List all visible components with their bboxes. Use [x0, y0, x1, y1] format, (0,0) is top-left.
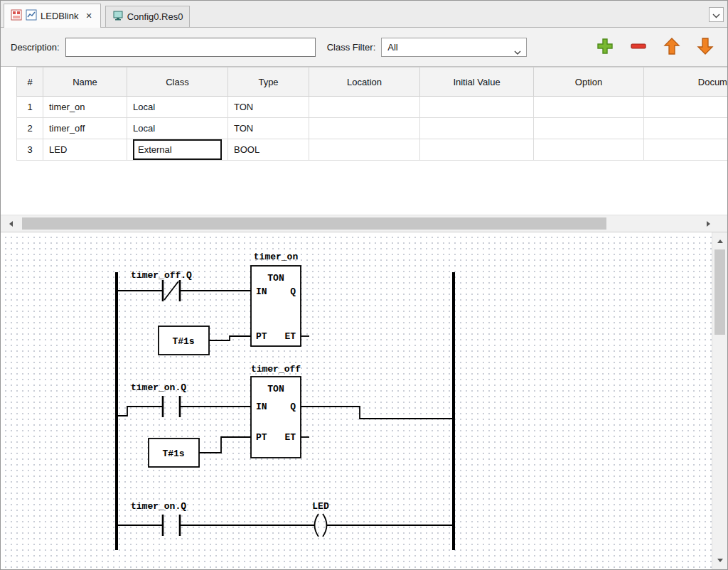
vertical-scroll-thumb[interactable]: [714, 249, 725, 335]
table-row[interactable]: 3 LED External BOOL: [17, 139, 728, 161]
cell-option[interactable]: [534, 139, 644, 161]
cell-class-selected[interactable]: External: [127, 139, 228, 161]
coil-left-paren: [315, 514, 319, 537]
horizontal-scrollbar[interactable]: [1, 215, 727, 232]
header-documentation: Documentation: [644, 68, 728, 97]
header-location: Location: [309, 68, 420, 97]
chevron-down-icon: [514, 46, 521, 57]
ladder-canvas[interactable]: timer_off.Q timer_on TON IN Q PT ET: [1, 232, 727, 569]
fbd-chart-icon: [26, 9, 37, 23]
pin-q: Q: [290, 286, 296, 297]
tab-label: LEDBlink: [41, 11, 78, 21]
tab-label: Config0.Res0: [127, 11, 183, 22]
tab-ledblink[interactable]: LEDBlink ✕: [4, 4, 101, 28]
move-variable-down-button[interactable]: [693, 36, 717, 58]
horizontal-scroll-thumb[interactable]: [22, 217, 606, 230]
contact-label: timer_on.Q: [131, 501, 186, 512]
delete-variable-button[interactable]: [626, 36, 651, 58]
tab-list-dropdown-button[interactable]: [709, 7, 724, 22]
variable-panel-toolbar: Description: Class Filter: All: [1, 28, 727, 67]
pin-et: ET: [284, 331, 296, 342]
cell-documentation[interactable]: [644, 97, 728, 118]
description-input[interactable]: [65, 38, 316, 57]
cell-initial-value[interactable]: [420, 139, 534, 161]
editor-window: LEDBlink ✕ Config0.Res0 Description: Cla…: [0, 0, 728, 570]
ton-block-timer-off[interactable]: timer_off TON IN Q PT ET: [251, 364, 309, 458]
program-icon: [11, 9, 22, 23]
cell-name[interactable]: LED: [43, 139, 127, 161]
class-cell-editor[interactable]: External: [133, 139, 222, 160]
literal-t1s-2[interactable]: T#1s: [149, 437, 251, 467]
wire: [209, 336, 251, 340]
cell-name[interactable]: timer_on: [43, 97, 127, 118]
add-variable-button[interactable]: [593, 36, 617, 58]
cell-number[interactable]: 1: [17, 97, 43, 118]
coil-led[interactable]: LED: [312, 501, 329, 537]
description-label: Description:: [11, 42, 60, 53]
header-class: Class: [127, 68, 228, 97]
arrow-down-icon: [696, 37, 714, 58]
vertical-scrollbar[interactable]: [712, 232, 727, 569]
class-filter-select[interactable]: All: [381, 38, 527, 57]
scroll-up-arrow-icon[interactable]: [712, 234, 727, 248]
coil-label: LED: [312, 501, 329, 512]
block-name: timer_off: [251, 364, 301, 375]
literal-value: T#1s: [172, 336, 194, 347]
contact-timer-on-q-2[interactable]: timer_on.Q: [131, 501, 186, 536]
cell-location[interactable]: [309, 97, 420, 118]
cell-documentation[interactable]: [644, 118, 728, 139]
cell-type[interactable]: BOOL: [228, 139, 309, 161]
cell-location[interactable]: [309, 139, 420, 161]
minus-icon: [629, 37, 648, 58]
block-name: timer_on: [254, 252, 299, 262]
cell-option[interactable]: [534, 97, 644, 118]
move-variable-up-button[interactable]: [660, 36, 684, 58]
scroll-left-arrow-icon[interactable]: [2, 215, 19, 232]
header-type: Type: [228, 68, 309, 97]
cell-location[interactable]: [309, 118, 420, 139]
pin-in: IN: [256, 402, 267, 412]
contact-timer-on-q-1[interactable]: timer_on.Q: [131, 382, 186, 417]
pin-pt: PT: [256, 331, 267, 342]
cell-initial-value[interactable]: [420, 97, 534, 118]
plus-icon: [596, 37, 614, 58]
cell-initial-value[interactable]: [420, 118, 534, 139]
ton-block-timer-on[interactable]: timer_on TON IN Q PT ET: [251, 252, 309, 346]
table-row[interactable]: 1 timer_on Local TON: [17, 97, 728, 118]
header-initial-value: Initial Value: [420, 68, 534, 97]
chevron-down-icon: [712, 9, 720, 21]
cell-type[interactable]: TON: [228, 118, 309, 139]
rung-1: timer_off.Q timer_on TON IN Q PT ET: [118, 252, 309, 355]
close-icon[interactable]: ✕: [84, 11, 93, 21]
cell-type[interactable]: TON: [228, 97, 309, 118]
scroll-right-arrow-icon[interactable]: [700, 215, 717, 232]
cell-class[interactable]: Local: [127, 118, 228, 139]
cell-documentation[interactable]: [644, 139, 728, 161]
wire: [199, 437, 251, 453]
tab-config0-res0[interactable]: Config0.Res0: [105, 6, 191, 27]
class-filter-label: Class Filter:: [327, 42, 376, 53]
cell-name[interactable]: timer_off: [43, 118, 127, 139]
pin-et: ET: [284, 432, 296, 443]
negated-contact-timer-off-q[interactable]: timer_off.Q: [131, 270, 192, 301]
contact-label: timer_off.Q: [131, 270, 192, 281]
rung-3: timer_on.Q LED: [118, 501, 454, 537]
pin-q: Q: [290, 402, 296, 412]
cell-number[interactable]: 2: [17, 118, 43, 139]
header-option: Option: [534, 68, 644, 97]
block-type: TON: [267, 384, 284, 394]
cell-number[interactable]: 3: [17, 139, 43, 161]
literal-value: T#1s: [162, 448, 184, 459]
variables-table-section: # Name Class Type Location Initial Value…: [1, 67, 727, 215]
table-header-row: # Name Class Type Location Initial Value…: [17, 68, 728, 97]
cell-option[interactable]: [534, 118, 644, 139]
scroll-down-arrow-icon[interactable]: [712, 554, 727, 568]
header-number: #: [17, 68, 43, 97]
tab-bar: LEDBlink ✕ Config0.Res0: [1, 1, 727, 28]
table-row[interactable]: 2 timer_off Local TON: [17, 118, 728, 139]
literal-t1s-1[interactable]: T#1s: [159, 326, 251, 355]
coil-right-paren: [323, 514, 327, 537]
negation-slash: [164, 281, 178, 300]
cell-class[interactable]: Local: [127, 97, 228, 118]
contact-label: timer_on.Q: [131, 382, 186, 393]
